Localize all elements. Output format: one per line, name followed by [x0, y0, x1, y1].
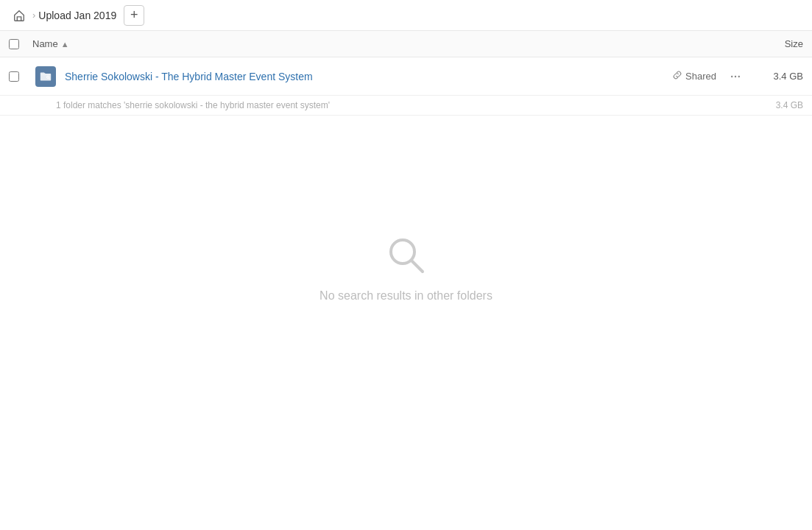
summary-row: 1 folder matches 'sherrie sokolowski - t…	[0, 96, 812, 116]
summary-size: 3.4 GB	[752, 100, 803, 110]
breadcrumb-chevron: ›	[32, 10, 35, 21]
name-column-label: Name	[32, 38, 58, 49]
column-headers: Name ▲ Size	[0, 31, 812, 57]
file-size: 3.4 GB	[752, 71, 803, 82]
svg-point-3	[735, 75, 736, 77]
more-options-button[interactable]	[725, 66, 746, 87]
size-column-header: Size	[744, 38, 803, 49]
no-results-message: No search results in other folders	[319, 289, 493, 303]
breadcrumb-bar: › Upload Jan 2019 +	[0, 0, 812, 31]
sort-arrow-icon: ▲	[61, 40, 69, 49]
add-button[interactable]: +	[124, 5, 144, 26]
no-results-search-icon	[384, 233, 428, 278]
name-column-header[interactable]: Name ▲	[32, 38, 744, 49]
summary-text: 1 folder matches 'sherrie sokolowski - t…	[56, 100, 752, 110]
file-checkbox[interactable]	[9, 71, 19, 82]
svg-point-2	[731, 75, 732, 77]
file-icon-wrap	[32, 66, 59, 87]
home-button[interactable]	[9, 5, 29, 26]
shared-label: Shared	[685, 71, 716, 82]
link-icon	[672, 70, 682, 82]
svg-line-6	[412, 261, 423, 272]
file-name: Sherrie Sokolowski - The Hybrid Master E…	[65, 71, 672, 82]
svg-point-4	[738, 75, 740, 77]
file-checkbox-col	[9, 71, 32, 82]
file-row[interactable]: Sherrie Sokolowski - The Hybrid Master E…	[0, 57, 812, 96]
folder-icon	[35, 66, 56, 87]
no-results-section: No search results in other folders	[0, 116, 812, 303]
breadcrumb-title: Upload Jan 2019	[38, 10, 116, 21]
shared-badge: Shared	[672, 70, 716, 82]
header-checkbox-col	[9, 39, 32, 49]
home-icon	[13, 9, 26, 22]
select-all-checkbox[interactable]	[9, 39, 19, 49]
